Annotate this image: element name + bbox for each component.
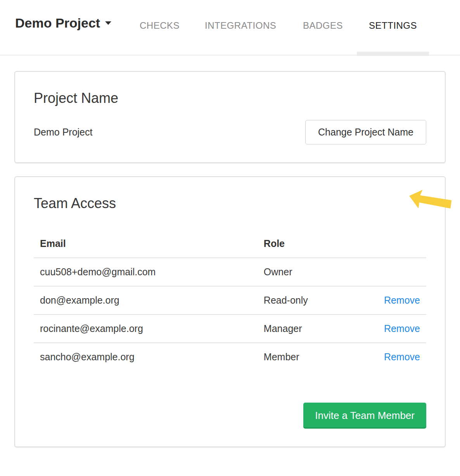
member-email: cuu508+demo@gmail.com	[34, 258, 258, 286]
member-action-cell: Remove	[371, 286, 426, 314]
table-header-row: Email Role	[34, 230, 426, 258]
tab-checks[interactable]: CHECKS	[140, 20, 180, 31]
table-row: cuu508+demo@gmail.com Owner	[34, 258, 426, 286]
member-action-cell: Remove	[371, 343, 426, 371]
project-name-card-title: Project Name	[34, 90, 426, 107]
change-project-name-button[interactable]: Change Project Name	[305, 120, 426, 144]
member-role: Manager	[258, 314, 371, 343]
member-role: Read-only	[258, 286, 371, 314]
member-action-cell	[371, 258, 426, 286]
table-row: rocinante@example.org Manager Remove	[34, 314, 426, 343]
action-column-header	[371, 230, 426, 258]
project-nav: Demo Project CHECKS INTEGRATIONS BADGES …	[0, 0, 460, 56]
project-name-value: Demo Project	[34, 127, 92, 138]
role-column-header: Role	[258, 230, 371, 258]
remove-member-link[interactable]: Remove	[384, 295, 420, 306]
email-column-header: Email	[34, 230, 258, 258]
team-access-card: Team Access Email Role cuu508+demo@gmail…	[14, 176, 446, 447]
tab-settings[interactable]: SETTINGS	[369, 20, 417, 31]
tab-badges[interactable]: BADGES	[303, 20, 343, 31]
table-row: don@example.org Read-only Remove	[34, 286, 426, 314]
member-role: Member	[258, 343, 371, 371]
member-action-cell: Remove	[371, 314, 426, 343]
remove-member-link[interactable]: Remove	[384, 351, 420, 362]
member-email: don@example.org	[34, 286, 258, 314]
settings-page: Project Name Demo Project Change Project…	[0, 71, 460, 447]
member-email: rocinante@example.org	[34, 314, 258, 343]
project-switcher-label: Demo Project	[15, 16, 100, 30]
team-members-table: Email Role cuu508+demo@gmail.com Owner d…	[34, 230, 426, 371]
member-role: Owner	[258, 258, 371, 286]
member-email: sancho@example.org	[34, 343, 258, 371]
invite-team-member-button[interactable]: Invite a Team Member	[303, 403, 426, 429]
project-switcher[interactable]: Demo Project	[15, 16, 111, 31]
tab-integrations[interactable]: INTEGRATIONS	[205, 20, 276, 31]
remove-member-link[interactable]: Remove	[384, 323, 420, 334]
chevron-down-icon	[105, 21, 111, 25]
team-access-card-title: Team Access	[34, 195, 426, 212]
project-name-card: Project Name Demo Project Change Project…	[14, 71, 446, 163]
table-row: sancho@example.org Member Remove	[34, 343, 426, 371]
